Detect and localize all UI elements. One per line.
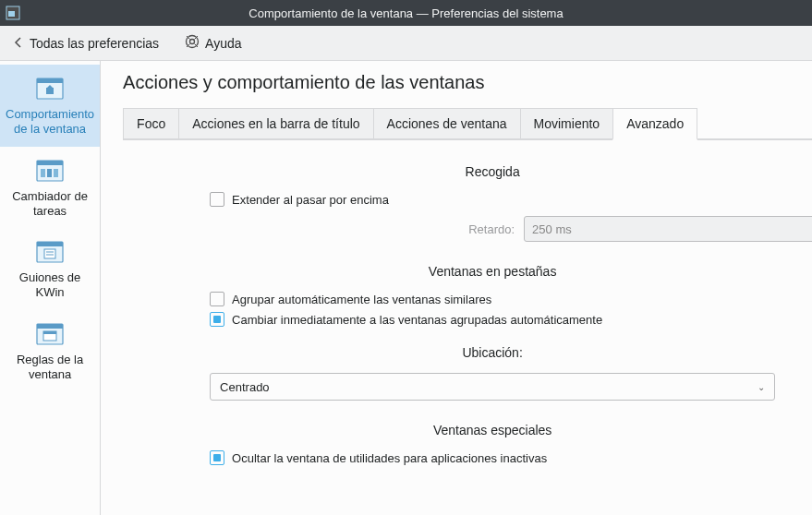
hide-utility-label: Ocultar la ventana de utilidades para ap…: [232, 451, 547, 465]
chevron-down-icon: ⌄: [757, 382, 765, 392]
extend-hover-checkbox[interactable]: [210, 192, 224, 207]
svg-rect-13: [41, 169, 45, 177]
sidebar-item-window-rules[interactable]: Reglas de la ventana: [0, 310, 100, 392]
sidebar-item-task-switcher[interactable]: Cambiador de tareas: [0, 147, 100, 229]
window-title: Comportamiento de la ventana — Preferenc…: [0, 6, 812, 20]
auto-group-checkbox[interactable]: [210, 292, 224, 306]
back-label: Todas las preferencias: [30, 36, 159, 51]
window-rules-icon: [35, 319, 65, 349]
placement-row: Centrado ⌄: [123, 373, 812, 401]
back-button[interactable]: Todas las preferencias: [7, 32, 164, 54]
placement-value: Centrado: [220, 380, 757, 394]
help-button[interactable]: Ayuda: [179, 30, 247, 55]
special-section-title: Ventanas especiales: [123, 423, 812, 437]
sidebar-item-label: Comportamiento de la ventana: [6, 107, 94, 138]
placement-section-title: Ubicación:: [123, 345, 812, 360]
switch-grouped-label: Cambiar inmediatamente a las ventanas ag…: [232, 313, 602, 327]
svg-rect-12: [37, 161, 63, 165]
auto-group-row: Agrupar automáticamente las ventanas sim…: [123, 292, 812, 306]
tabbing-section-title: Ventanas en pestañas: [123, 264, 812, 279]
delay-label: Retardo:: [210, 222, 515, 236]
kwin-scripts-icon: [35, 237, 65, 267]
delay-row: Retardo: 250 ms ▲▼: [123, 216, 812, 242]
sidebar-item-label: Reglas de la ventana: [6, 353, 94, 383]
chevron-left-icon: [13, 36, 24, 51]
hide-utility-row: Ocultar la ventana de utilidades para ap…: [123, 450, 812, 465]
tab-moving[interactable]: Movimiento: [520, 108, 614, 138]
sidebar-item-window-behavior[interactable]: Comportamiento de la ventana: [0, 65, 100, 147]
svg-rect-15: [54, 169, 58, 177]
svg-rect-22: [37, 324, 63, 329]
svg-rect-10: [46, 88, 54, 94]
tab-titlebar-actions[interactable]: Acciones en la barra de título: [178, 108, 373, 138]
tab-window-actions[interactable]: Acciones de ventana: [373, 108, 521, 138]
toolbar: Todas las preferencias Ayuda: [0, 26, 812, 61]
help-label: Ayuda: [205, 36, 241, 51]
auto-group-label: Agrupar automáticamente las ventanas sim…: [232, 293, 491, 306]
svg-rect-18: [44, 249, 55, 258]
tab-focus[interactable]: Foco: [123, 108, 179, 138]
svg-rect-1: [8, 11, 15, 17]
tab-advanced[interactable]: Avanzado: [612, 108, 697, 140]
svg-rect-9: [37, 78, 63, 83]
svg-rect-17: [37, 242, 63, 246]
task-switcher-icon: [35, 156, 65, 186]
advanced-panel: Recogida Extender al pasar por encima Re…: [123, 140, 812, 465]
sidebar-item-label: Guiones de KWin: [6, 270, 94, 301]
sidebar-item-label: Cambiador de tareas: [6, 189, 94, 220]
svg-rect-14: [47, 169, 52, 177]
switch-grouped-checkbox[interactable]: [210, 312, 224, 327]
tabbar: Foco Acciones en la barra de título Acci…: [123, 108, 812, 140]
delay-spinbox[interactable]: 250 ms ▲▼: [524, 216, 812, 242]
hide-utility-checkbox[interactable]: [210, 450, 224, 465]
sidebar-item-kwin-scripts[interactable]: Guiones de KWin: [0, 228, 100, 310]
placement-select[interactable]: Centrado ⌄: [210, 373, 775, 401]
svg-rect-24: [43, 331, 56, 334]
extend-hover-row: Extender al pasar por encima: [123, 192, 812, 207]
switch-grouped-row: Cambiar inmediatamente a las ventanas ag…: [123, 312, 812, 327]
svg-point-3: [190, 40, 195, 44]
sidebar: Comportamiento de la ventana Cambiador d…: [0, 61, 101, 515]
titlebar: Comportamiento de la ventana — Preferenc…: [0, 0, 812, 26]
content-panel: Acciones y comportamiento de las ventana…: [101, 61, 812, 515]
main-area: Comportamiento de la ventana Cambiador d…: [0, 61, 812, 515]
page-title: Acciones y comportamiento de las ventana…: [123, 72, 812, 93]
delay-value: 250 ms: [532, 222, 812, 236]
app-icon: [6, 6, 20, 20]
extend-hover-label: Extender al pasar por encima: [232, 193, 389, 207]
lifebuoy-icon: [185, 34, 200, 52]
window-behavior-icon: [35, 74, 65, 103]
shading-section-title: Recogida: [123, 164, 812, 179]
